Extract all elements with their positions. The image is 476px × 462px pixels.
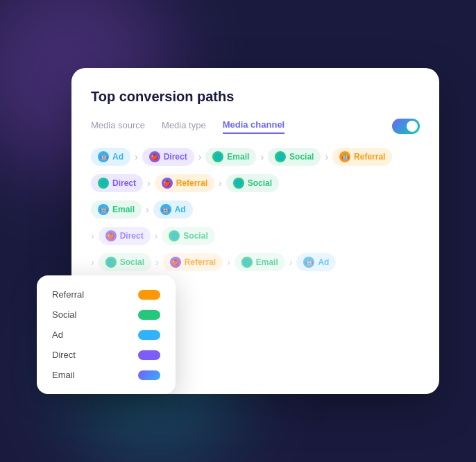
- arrow-2: ›: [198, 151, 202, 162]
- globe-icon-6: 🌐: [105, 257, 117, 268]
- tab-media-channel[interactable]: Media channel: [223, 119, 285, 134]
- toggle-switch[interactable]: [392, 119, 420, 134]
- card-title: Top conversion paths: [91, 89, 420, 105]
- chip-referral-1: 🤖 Referral: [332, 148, 392, 166]
- legend-dot-referral: [138, 290, 160, 300]
- android-icon-1: 🤖: [98, 151, 109, 162]
- chip-referral-2: 🍎 Referral: [155, 174, 214, 192]
- globe-icon-2: 🌐: [275, 151, 286, 162]
- globe-icon-1: 🌐: [212, 151, 223, 162]
- apple-icon-1: 🍎: [149, 151, 160, 162]
- legend-dot-direct: [138, 350, 160, 360]
- chip-social-3: 🌐 Social: [162, 227, 214, 245]
- arrow-13: ›: [289, 257, 293, 268]
- globe-icon-5: 🌐: [169, 230, 180, 241]
- arrow-9: ›: [155, 230, 158, 241]
- legend-dot-ad: [138, 330, 160, 340]
- arrow-5: ›: [147, 178, 151, 189]
- chip-email-3: 🌐 Email: [235, 253, 285, 271]
- legend-item-social: Social: [52, 309, 160, 320]
- arrow-10: ›: [91, 257, 94, 268]
- path-row-2: 🌐 Direct › 🍎 Referral › 🌐 Social: [91, 174, 420, 192]
- android-icon-2: 🤖: [339, 151, 350, 162]
- chip-social-2: 🌐 Social: [226, 174, 279, 192]
- legend-item-ad: Ad: [52, 330, 160, 340]
- chip-social-4: 🌐 Social: [99, 253, 151, 271]
- legend-item-direct: Direct: [52, 350, 160, 360]
- legend-label-referral: Referral: [52, 289, 84, 300]
- chip-direct-2: 🌐 Direct: [91, 174, 143, 192]
- arrow-3: ›: [260, 151, 264, 162]
- chip-ad-2: 🤖 Ad: [153, 200, 193, 219]
- chip-social-1: 🌐 Social: [268, 148, 321, 166]
- apple-icon-4: 🍎: [170, 257, 181, 268]
- legend-item-referral: Referral: [52, 289, 160, 300]
- path-row-4: › 🍎 Direct › 🌐 Social: [91, 227, 420, 245]
- arrow-12: ›: [227, 257, 230, 268]
- legend-label-social: Social: [52, 309, 76, 320]
- chip-referral-3: 🍎 Referral: [163, 253, 223, 271]
- path-row-5: › 🌐 Social › 🍎 Referral › 🌐 Email › 🤖: [91, 253, 420, 271]
- android-icon-3: 🤖: [98, 204, 109, 215]
- legend-card: Referral Social Ad Direct Email: [37, 275, 176, 394]
- arrow-6: ›: [219, 178, 222, 189]
- legend-item-email: Email: [52, 370, 160, 380]
- chip-email-2: 🤖 Email: [91, 200, 142, 219]
- arrow-1: ›: [135, 151, 138, 162]
- apple-icon-2: 🍎: [162, 178, 173, 189]
- tab-media-type[interactable]: Media type: [162, 120, 206, 133]
- paths-container: 🤖 Ad › 🍎 Direct › 🌐 Email › 🌐 Social: [91, 148, 420, 271]
- path-row-3: 🤖 Email › 🤖 Ad: [91, 200, 420, 219]
- chip-email-1: 🌐 Email: [205, 148, 256, 166]
- tabs-bar: Media source Media type Media channel: [91, 119, 420, 134]
- legend-dot-email: [138, 370, 160, 380]
- globe-icon-3: 🌐: [98, 178, 109, 189]
- legend-label-ad: Ad: [52, 330, 63, 340]
- chip-ad-1: 🤖 Ad: [91, 148, 130, 166]
- legend-dot-social: [138, 310, 160, 320]
- apple-icon-3: 🍎: [105, 230, 117, 241]
- arrow-8: ›: [91, 230, 94, 241]
- arrow-4: ›: [325, 151, 328, 162]
- globe-icon-4: 🌐: [233, 178, 244, 189]
- legend-label-email: Email: [52, 370, 75, 380]
- chip-direct-1: 🍎 Direct: [142, 148, 194, 166]
- legend-label-direct: Direct: [52, 350, 76, 360]
- android-icon-4: 🤖: [160, 204, 171, 215]
- scene: Top conversion paths Media source Media …: [37, 47, 439, 415]
- path-row-1: 🤖 Ad › 🍎 Direct › 🌐 Email › 🌐 Social: [91, 148, 420, 166]
- arrow-11: ›: [155, 257, 159, 268]
- globe-icon-7: 🌐: [241, 257, 253, 268]
- chip-direct-3: 🍎 Direct: [99, 227, 151, 245]
- arrow-7: ›: [146, 204, 149, 215]
- chip-ad-3: 🤖 Ad: [296, 253, 336, 271]
- tab-media-source[interactable]: Media source: [91, 120, 145, 133]
- android-icon-5: 🤖: [303, 257, 314, 268]
